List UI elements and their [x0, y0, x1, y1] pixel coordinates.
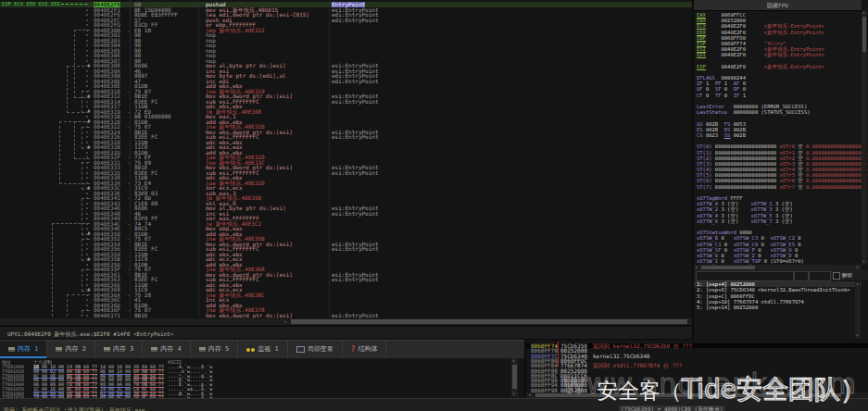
scroll-up-icon[interactable]: ▴	[856, 281, 859, 286]
unlock-label: 解锁	[842, 272, 852, 279]
argument-row[interactable]: 2: [esp+8] 75CD6340 <kernel32.BaseThread…	[694, 287, 862, 293]
jump-arrow-icon	[88, 186, 91, 190]
tab-label: 内存 2	[65, 341, 85, 358]
scroll-down-icon[interactable]: ▾	[856, 333, 859, 338]
jump-line	[67, 66, 90, 114]
struct-icon: ?	[351, 346, 356, 354]
scroll-left-icon[interactable]: ◂	[695, 265, 698, 269]
dump-vscrollbar[interactable]: ▴ ▾	[511, 358, 518, 397]
jump-arrow-icon	[88, 64, 91, 68]
stack-pane[interactable]: 0060FF7475CD6359返回到 kernel32.75CD6359 自 …	[526, 340, 868, 398]
dump-tabstrip: 内存 1内存 2内存 3内存 4内存 5监视 1局部变量?结构体	[0, 340, 524, 358]
jump-arrow-icon	[88, 257, 91, 261]
scroll-thumb[interactable]	[701, 266, 755, 269]
status-bar: 暂停: 系统断点已到达 (进入调试暂停)：新年快乐.exe [75CD6359]…	[0, 398, 868, 411]
jump-arrow-icon	[88, 288, 91, 292]
breakpoint-dot[interactable]	[86, 24, 88, 26]
tab-label: 内存 4	[160, 341, 181, 358]
breakpoint-dot[interactable]	[86, 19, 88, 21]
convention-select[interactable]: 默认 (stdcall) ▾	[696, 271, 794, 281]
registers-vscrollbar[interactable]: ▴ ▾	[862, 10, 867, 265]
tab-label: 监视 1	[258, 341, 278, 358]
breakpoint-dot[interactable]	[86, 14, 88, 16]
stack-frame-bracket	[558, 342, 559, 367]
tab-locals[interactable]: 局部变量	[288, 341, 343, 358]
jump-arrow-icon	[88, 119, 91, 123]
instruction-text: mov ebx,dword ptr ds:[esi]	[206, 313, 293, 318]
tab-watch-1[interactable]: 监视 1	[238, 341, 287, 358]
scroll-thumb[interactable]	[535, 393, 841, 397]
status-detail: [75CD6359] = 4000|C00 (系统断点)	[619, 405, 725, 411]
status-line-text: UPX1:0040E2F0 新年快乐.exe:$E2F0 #14F0 <Entr…	[7, 330, 173, 339]
memory-icon	[104, 347, 110, 352]
tab-memory-5[interactable]: 内存 5	[191, 341, 238, 358]
disassembly-pane[interactable]: 0040E2F060pushadEntryPoint0040E2F1BE 15D…	[0, 0, 692, 326]
register-line[interactable]: x87SW_I 0 x87SW_TOP 0 (ST0=x87r0)	[697, 258, 862, 264]
locals-icon	[296, 346, 305, 353]
memory-icon	[56, 347, 62, 352]
tab-label: 内存 5	[208, 341, 229, 358]
scroll-right-icon[interactable]: ▸	[856, 265, 859, 269]
tab-label: 内存 1	[18, 341, 38, 358]
eip-arrow	[61, 4, 87, 5]
memory-icon	[8, 347, 15, 352]
tab-memory-4[interactable]: 内存 4	[143, 341, 190, 358]
scroll-thumb[interactable]	[291, 319, 687, 324]
tab-memory-1[interactable]: 内存 1	[0, 341, 47, 358]
registers-panel[interactable]: 隐藏FPU EAX 0060FFCCEBX 00252000ECX 0040E2…	[694, 0, 868, 340]
debugger-window: 0040E2F060pushadEntryPoint0040E2F1BE 15D…	[0, 0, 868, 411]
scroll-left-icon[interactable]: ◂	[528, 392, 531, 397]
tab-label: 局部变量	[308, 341, 333, 358]
dump-header: 地址 十六进制 ASCII	[0, 358, 524, 365]
calling-convention-row: 默认 (stdcall) ▾ ▾ 5 ▴▾ 解锁	[694, 270, 868, 280]
disasm-hscrollbar[interactable]: ◂	[0, 318, 692, 325]
scroll-thumb[interactable]	[512, 365, 517, 389]
jump-line	[59, 121, 90, 184]
disasm-row[interactable]: 0040E3718B1Emov ebx,dword ptr ds:[esi]es…	[0, 313, 692, 318]
unlock-checkbox[interactable]	[833, 272, 840, 280]
tab-label: 结构体	[358, 341, 377, 358]
instruction-bytes: 8B1E	[134, 313, 147, 318]
tab-memory-2[interactable]: 内存 2	[47, 341, 94, 358]
registers-lines: EAX 0060FFCCEBX 00252000ECX 0040E2F0 <新年…	[697, 12, 862, 264]
watch-icon	[246, 348, 250, 352]
instruction-address: 0040E371	[94, 313, 120, 318]
arguments-list: 1: [esp+4] 002520002: [esp+8] 75CD6340 <…	[694, 281, 862, 310]
jump-line	[82, 310, 90, 318]
breakpoint-dot[interactable]	[86, 116, 88, 118]
scroll-down-icon[interactable]: ▾	[862, 259, 865, 264]
memory-icon	[151, 347, 157, 352]
memory-icon	[199, 347, 206, 352]
tab-memory-3[interactable]: 内存 3	[95, 341, 143, 358]
argument-row[interactable]: 5: [esp+14] 00252000	[694, 305, 862, 310]
tab-struct[interactable]: ?结构体	[343, 341, 387, 358]
dump-widget: 内存 1内存 2内存 3内存 4内存 5监视 1局部变量?结构体 地址 十六进制…	[0, 340, 524, 398]
instruction-comment: esi:EntryPoint	[332, 313, 379, 318]
fpu-toggle-button[interactable]: 隐藏FPU	[694, 0, 862, 11]
arguments-vscrollbar[interactable]: ▴ ▾	[855, 281, 861, 339]
mini-select[interactable]: ▾	[794, 271, 809, 281]
register-line[interactable]: ST(7) 00000000000000000000 x87r7 空 0.000…	[697, 184, 862, 190]
scroll-up-icon[interactable]: ▴	[862, 10, 865, 15]
breakpoint-dot[interactable]	[86, 193, 88, 194]
register-hint-label: EIP ECX EDX ESI EDI	[2, 1, 60, 6]
scroll-up-icon[interactable]: ▴	[512, 358, 515, 363]
depth-stepper[interactable]: 5 ▴▾	[809, 271, 831, 281]
scroll-left-icon[interactable]: ◂	[283, 319, 286, 324]
dump-rows[interactable]: 7760100018 00 18 00C0 8B 60 7714 00 16 0…	[0, 365, 524, 398]
scroll-thumb[interactable]	[862, 17, 866, 52]
status-message: 暂停: 系统断点已到达 (进入调试暂停)：新年快乐.exe	[4, 406, 145, 411]
breakpoint-dot[interactable]	[86, 9, 88, 11]
scroll-down-icon[interactable]: ▾	[512, 392, 515, 396]
tab-label: 内存 3	[113, 341, 133, 358]
